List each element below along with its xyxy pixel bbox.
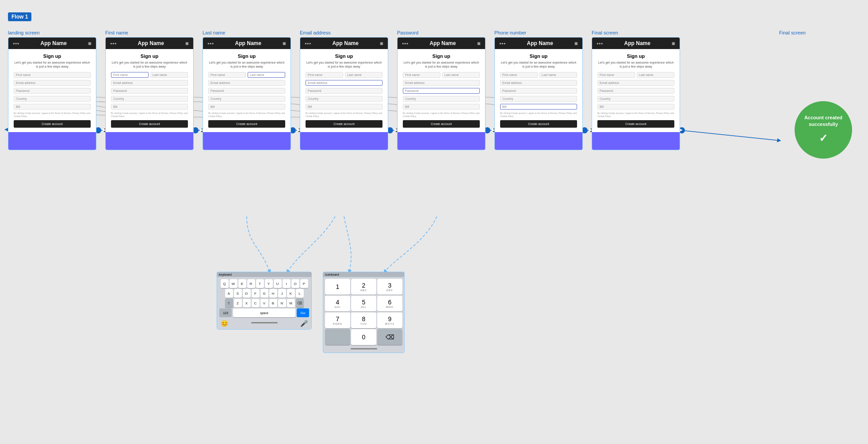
form-field-password[interactable]: Password bbox=[597, 88, 674, 94]
form-field-bill[interactable]: Bill bbox=[208, 104, 285, 110]
form-field-bill[interactable]: Bill bbox=[500, 104, 577, 110]
form-field-country[interactable]: Country bbox=[111, 96, 188, 102]
form-field-last-name[interactable]: Last name bbox=[539, 72, 577, 78]
key-P[interactable]: P bbox=[300, 279, 308, 288]
form-field-password[interactable]: Password bbox=[111, 88, 188, 94]
key-O[interactable]: O bbox=[291, 279, 299, 288]
key-W[interactable]: W bbox=[229, 279, 237, 288]
form-field-email-address[interactable]: Email address bbox=[403, 80, 480, 86]
form-field-country[interactable]: Country bbox=[597, 96, 674, 102]
key-S[interactable]: S bbox=[234, 289, 242, 298]
key-Z[interactable]: Z bbox=[234, 299, 242, 307]
key-H[interactable]: H bbox=[269, 289, 277, 298]
num-key-4[interactable]: 4GHI bbox=[325, 296, 350, 311]
create-account-button[interactable]: Create account bbox=[14, 120, 91, 128]
form-field-password[interactable]: Password bbox=[403, 88, 480, 94]
num-key-6[interactable]: 6MNO bbox=[377, 296, 402, 311]
form-field-country[interactable]: Country bbox=[208, 96, 285, 102]
key-space[interactable]: space bbox=[233, 308, 295, 317]
phone-footer bbox=[592, 132, 680, 150]
create-account-button[interactable]: Create account bbox=[111, 120, 188, 128]
form-field-first-name[interactable]: First name bbox=[597, 72, 635, 78]
key-M[interactable]: M bbox=[287, 299, 295, 307]
num-key-2[interactable]: 2ABC bbox=[351, 279, 376, 295]
form-field-email-address[interactable]: Email address bbox=[14, 80, 91, 86]
create-account-button[interactable]: Create account bbox=[403, 120, 480, 128]
form-field-last-name[interactable]: Last name bbox=[637, 72, 674, 78]
form-field-bill[interactable]: Bill bbox=[14, 104, 91, 110]
form-field-password[interactable]: Password bbox=[14, 88, 91, 94]
form-subtitle: Let's get you started for an awesome exp… bbox=[111, 61, 188, 68]
key-V[interactable]: V bbox=[260, 299, 268, 307]
form-field-first-name[interactable]: First name bbox=[500, 72, 538, 78]
screen-label-password: Password bbox=[397, 30, 418, 35]
keyboard-home-bar bbox=[251, 322, 278, 323]
create-account-button[interactable]: Create account bbox=[597, 120, 674, 128]
num-key-8[interactable]: 8TUV bbox=[351, 312, 376, 328]
key-I[interactable]: I bbox=[283, 279, 291, 288]
key-X[interactable]: X bbox=[243, 299, 251, 307]
form-field-last-name[interactable]: Last name bbox=[150, 72, 188, 78]
form-field-email-address[interactable]: Email address bbox=[111, 80, 188, 86]
form-field-first-name[interactable]: First name bbox=[14, 72, 91, 78]
key-C[interactable]: C bbox=[252, 299, 260, 307]
key-T[interactable]: T bbox=[256, 279, 264, 288]
num-key-0[interactable]: 0 bbox=[351, 329, 376, 345]
form-field-bill[interactable]: Bill bbox=[111, 104, 188, 110]
key-A[interactable]: A bbox=[225, 289, 233, 298]
form-field-first-name[interactable]: First name bbox=[208, 72, 246, 78]
form-field-email-address[interactable]: Email address bbox=[597, 80, 674, 86]
form-field-bill[interactable]: Bill bbox=[597, 104, 674, 110]
num-key-1[interactable]: 1 bbox=[325, 279, 350, 295]
create-account-button[interactable]: Create account bbox=[208, 120, 285, 128]
key-backspace[interactable]: ⌫ bbox=[296, 299, 304, 307]
form-field-email-address[interactable]: Email address bbox=[306, 80, 382, 86]
form-subtitle: Let's get you started for an awesome exp… bbox=[403, 61, 480, 68]
form-field-country[interactable]: Country bbox=[14, 96, 91, 102]
form-field-first-name[interactable]: First name bbox=[111, 72, 149, 78]
key-F[interactable]: F bbox=[252, 289, 260, 298]
form-field-first-name[interactable]: First name bbox=[306, 72, 343, 78]
key-U[interactable]: U bbox=[274, 279, 282, 288]
form-field-last-name[interactable]: Last name bbox=[248, 72, 285, 78]
form-field-password[interactable]: Password bbox=[306, 88, 382, 94]
key-L[interactable]: L bbox=[296, 289, 304, 298]
num-key-7[interactable]: 7PQRS bbox=[325, 312, 350, 328]
form-field-country[interactable]: Country bbox=[306, 96, 382, 102]
key-B[interactable]: B bbox=[269, 299, 277, 307]
key-K[interactable]: K bbox=[287, 289, 295, 298]
form-field-first-name[interactable]: First name bbox=[403, 72, 440, 78]
form-field-password[interactable]: Password bbox=[500, 88, 577, 94]
num-key-3[interactable]: 3DEF bbox=[377, 279, 402, 295]
key-shift[interactable]: ⇧ bbox=[225, 299, 233, 307]
form-field-last-name[interactable]: Last name bbox=[345, 72, 382, 78]
num-key-5[interactable]: 5JKL bbox=[351, 296, 376, 311]
key-J[interactable]: J bbox=[278, 289, 286, 298]
form-field-bill[interactable]: Bill bbox=[403, 104, 480, 110]
form-field-bill[interactable]: Bill bbox=[306, 104, 382, 110]
num-key-backspace[interactable]: ⌫ bbox=[377, 329, 402, 345]
key-G[interactable]: G bbox=[260, 289, 268, 298]
form-field-email-address[interactable]: Email address bbox=[208, 80, 285, 86]
screen-firstname: First name●●●App Name▣Sign upLet's get y… bbox=[105, 30, 194, 150]
emoji-icon[interactable]: 😊 bbox=[221, 320, 228, 327]
form-field-password[interactable]: Password bbox=[208, 88, 285, 94]
key-Y[interactable]: Y bbox=[265, 279, 273, 288]
key-N[interactable]: N bbox=[278, 299, 286, 307]
final-screen-label: Final screen Account created successfull… bbox=[779, 30, 868, 223]
form-field-country[interactable]: Country bbox=[500, 96, 577, 102]
num-key-9[interactable]: 9WXYZ bbox=[377, 312, 402, 328]
key-go[interactable]: Go bbox=[297, 308, 309, 317]
form-field-email-address[interactable]: Email address bbox=[500, 80, 577, 86]
key-E[interactable]: E bbox=[238, 279, 246, 288]
key-123[interactable]: 123 bbox=[219, 308, 232, 317]
key-D[interactable]: D bbox=[243, 289, 251, 298]
create-account-button[interactable]: Create account bbox=[306, 120, 382, 128]
key-R[interactable]: R bbox=[247, 279, 255, 288]
form-field-country[interactable]: Country bbox=[403, 96, 480, 102]
create-account-button[interactable]: Create account bbox=[500, 120, 577, 128]
microphone-icon[interactable]: 🎤 bbox=[300, 320, 308, 327]
legal-text: By clicking Create account, I agree to t… bbox=[500, 112, 577, 118]
form-field-last-name[interactable]: Last name bbox=[442, 72, 480, 78]
key-Q[interactable]: Q bbox=[221, 279, 229, 288]
